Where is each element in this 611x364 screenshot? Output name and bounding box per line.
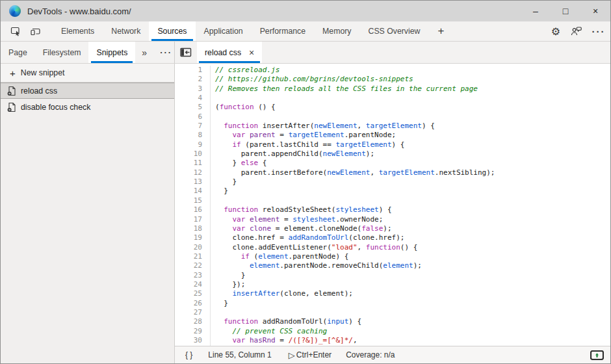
code-line[interactable] [215, 94, 610, 103]
new-snippet-button[interactable]: + New snippet [1, 64, 174, 83]
line-number[interactable]: 18 [175, 224, 202, 233]
tab-application[interactable]: Application [196, 21, 252, 41]
line-number[interactable]: 20 [175, 243, 202, 252]
code-line[interactable]: // Removes then reloads all the CSS file… [215, 84, 610, 94]
line-number[interactable]: 12 [175, 168, 202, 177]
code-line[interactable]: var hasRnd = /([?&])_=[^&]*/, [215, 336, 610, 345]
line-number[interactable]: 16 [175, 205, 202, 214]
line-number[interactable]: 6 [175, 112, 202, 122]
line-number[interactable]: 22 [175, 261, 202, 270]
code-line[interactable]: parent.appendChild(newElement); [215, 150, 610, 159]
code-line[interactable]: function reloadStyleSheet(stylesheet) { [215, 205, 610, 214]
line-number[interactable]: 29 [175, 327, 202, 336]
code-line[interactable]: function addRandomToUrl(input) { [215, 317, 610, 326]
code-line[interactable]: var parent = targetElement.parentNode; [215, 131, 610, 140]
line-number[interactable]: 4 [175, 94, 202, 103]
line-number[interactable]: 3 [175, 84, 202, 94]
line-number[interactable]: 19 [175, 233, 202, 242]
feedback-icon[interactable] [566, 26, 587, 36]
minimize-button[interactable]: – [521, 1, 551, 21]
code-line[interactable]: if (parent.lastChild == targetElement) { [215, 140, 610, 150]
snippet-file-icon [7, 86, 16, 96]
tab-css-overview[interactable]: CSS Overview [360, 21, 429, 41]
code-line[interactable]: // cssreload.js [215, 66, 610, 75]
run-shortcut-label: Ctrl+Enter [296, 350, 332, 359]
snippet-item-reload-css[interactable]: reload css [1, 83, 174, 99]
settings-gear-icon[interactable]: ⚙ [545, 25, 566, 38]
code-line[interactable]: (function () { [215, 103, 610, 112]
line-number[interactable]: 25 [175, 289, 202, 298]
line-number[interactable]: 11 [175, 159, 202, 168]
hide-navigator-icon[interactable] [175, 42, 197, 63]
code-line[interactable]: var element = stylesheet.ownerNode; [215, 215, 610, 224]
run-snippet-button[interactable]: ▷ Ctrl+Enter [289, 350, 332, 360]
navtab-overflow-chevron-icon[interactable]: » [135, 42, 153, 63]
line-number[interactable]: 26 [175, 299, 202, 308]
code-line[interactable]: if (element.parentNode) { [215, 252, 610, 261]
line-number[interactable]: 8 [175, 131, 202, 140]
line-number[interactable]: 14 [175, 187, 202, 196]
tab-close-icon[interactable]: × [249, 47, 254, 58]
line-number[interactable]: 13 [175, 177, 202, 187]
window-title: DevTools - www.baidu.com/ [27, 6, 131, 16]
code-editor[interactable]: 1234567891011121314151617181920212223242… [175, 64, 610, 346]
statusbar: { } Line 55, Column 1 ▷ Ctrl+Enter Cover… [175, 346, 610, 363]
code-line[interactable]: // prevent CSS caching [215, 327, 610, 336]
code-line[interactable]: element.parentNode.removeChild(element); [215, 261, 610, 270]
more-options-icon[interactable]: ··· [587, 26, 610, 37]
play-icon: ▷ [289, 350, 295, 360]
line-number[interactable]: 1 [175, 66, 202, 75]
line-number[interactable]: 5 [175, 103, 202, 112]
close-button[interactable]: × [580, 1, 610, 21]
code-line[interactable] [215, 112, 610, 122]
line-number[interactable]: 27 [175, 308, 202, 317]
coverage-status: Coverage: n/a [346, 350, 395, 359]
code-line[interactable]: clone.addEventListener("load", function(… [215, 243, 610, 252]
snippets-sidebar: + New snippet reload css [1, 64, 175, 363]
code-line[interactable]: } [215, 177, 610, 187]
editor-tab-reload-css[interactable]: reload css × [197, 42, 262, 63]
code-line[interactable] [215, 308, 610, 317]
pretty-print-icon[interactable]: { } [185, 350, 192, 359]
line-number[interactable]: 9 [175, 140, 202, 150]
device-toolbar-icon[interactable] [25, 21, 45, 41]
line-number[interactable]: 7 [175, 122, 202, 131]
line-number[interactable]: 30 [175, 336, 202, 345]
new-snippet-label: New snippet [21, 68, 65, 77]
tab-network[interactable]: Network [103, 21, 149, 41]
navtab-snippets[interactable]: Snippets [88, 42, 135, 63]
code-line[interactable]: clone.href = addRandomToUrl(clone.href); [215, 233, 610, 242]
tab-memory[interactable]: Memory [314, 21, 359, 41]
code-line[interactable]: } [215, 271, 610, 280]
code-line[interactable]: // https://github.com/bgrins/devtools-sn… [215, 75, 610, 84]
inspect-element-icon[interactable] [6, 21, 25, 41]
code-line[interactable]: parent.insertBefore(newElement, targetEl… [215, 168, 610, 177]
line-number[interactable]: 23 [175, 271, 202, 280]
add-panel-button[interactable]: + [428, 21, 453, 41]
main-area: + New snippet reload css [1, 64, 610, 363]
line-number[interactable]: 2 [175, 75, 202, 84]
navtab-filesystem[interactable]: Filesystem [35, 42, 89, 63]
line-number[interactable]: 24 [175, 280, 202, 289]
code-line[interactable]: } [215, 299, 610, 308]
code-line[interactable]: } else { [215, 159, 610, 168]
line-number[interactable]: 28 [175, 317, 202, 326]
code-line[interactable]: }); [215, 280, 610, 289]
code-line[interactable] [215, 196, 610, 205]
code-lines[interactable]: // cssreload.js// https://github.com/bgr… [211, 66, 610, 346]
console-drawer-icon[interactable] [590, 350, 604, 360]
snippet-item-disable-focus-check[interactable]: disable focus check [1, 99, 174, 115]
navtab-page[interactable]: Page [1, 42, 35, 63]
tab-sources[interactable]: Sources [149, 21, 195, 41]
code-line[interactable]: } [215, 187, 610, 196]
line-number[interactable]: 17 [175, 215, 202, 224]
code-line[interactable]: insertAfter(clone, element); [215, 289, 610, 298]
maximize-button[interactable]: □ [551, 1, 580, 21]
code-line[interactable]: var clone = element.cloneNode(false); [215, 224, 610, 233]
tab-performance[interactable]: Performance [252, 21, 314, 41]
line-number[interactable]: 15 [175, 196, 202, 205]
line-number[interactable]: 10 [175, 150, 202, 159]
tab-elements[interactable]: Elements [53, 21, 103, 41]
code-line[interactable]: function insertAfter(newElement, targetE… [215, 122, 610, 131]
line-number[interactable]: 21 [175, 252, 202, 261]
